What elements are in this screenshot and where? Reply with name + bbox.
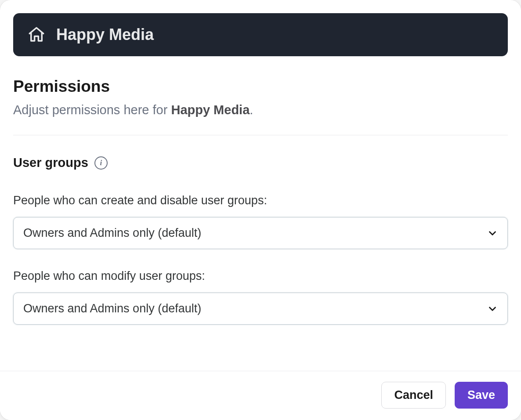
modify-value: Owners and Admins only (default) <box>23 302 201 315</box>
dialog-content: Happy Media Permissions Adjust permissio… <box>0 0 521 371</box>
modify-select-wrap: Owners and Admins only (default) <box>13 293 508 325</box>
org-header: Happy Media <box>13 13 508 56</box>
create-disable-label: People who can create and disable user g… <box>13 194 508 207</box>
info-icon[interactable]: i <box>94 156 108 170</box>
home-icon <box>27 25 46 44</box>
create-disable-select-wrap: Owners and Admins only (default) <box>13 217 508 249</box>
page-subtitle: Adjust permissions here for Happy Media. <box>13 103 508 117</box>
create-disable-value: Owners and Admins only (default) <box>23 226 201 240</box>
dialog-footer: Cancel Save <box>0 371 521 420</box>
divider <box>13 135 508 135</box>
modify-label: People who can modify user groups: <box>13 269 508 283</box>
section-heading: User groups i <box>13 156 508 170</box>
permissions-dialog: Happy Media Permissions Adjust permissio… <box>0 0 521 420</box>
subtitle-suffix: . <box>250 103 253 117</box>
section-title: User groups <box>13 156 88 170</box>
org-name: Happy Media <box>56 25 154 44</box>
save-button[interactable]: Save <box>455 382 508 409</box>
cancel-button[interactable]: Cancel <box>381 382 446 409</box>
create-disable-select[interactable]: Owners and Admins only (default) <box>13 217 508 249</box>
page-title: Permissions <box>13 77 508 96</box>
modify-select[interactable]: Owners and Admins only (default) <box>13 293 508 325</box>
subtitle-org: Happy Media <box>171 103 250 117</box>
subtitle-prefix: Adjust permissions here for <box>13 103 171 117</box>
